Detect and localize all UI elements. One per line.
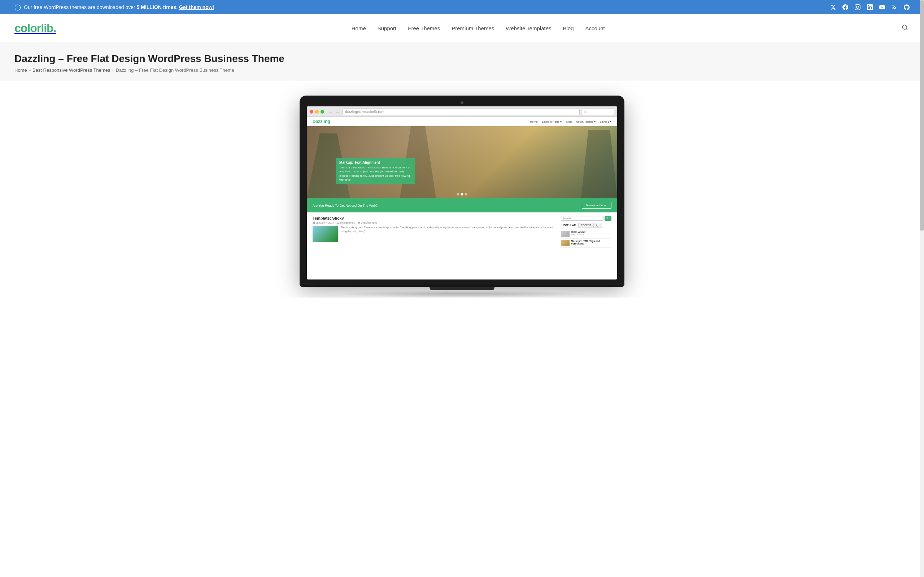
svg-point-2 [584, 111, 586, 113]
nav-item-blog[interactable]: Blog [563, 25, 574, 31]
laptop-bezel-top [307, 102, 617, 104]
cta-download-button[interactable]: Download Now! [582, 202, 611, 209]
post-title: Template: Sticky [313, 216, 557, 220]
social-icons-bar [830, 4, 909, 10]
browser-search [582, 108, 614, 115]
laptop-mockup: ← → dazzlingtheme.colorlib.com Dazzling [300, 95, 624, 298]
browser-chrome: ← → dazzlingtheme.colorlib.com [307, 106, 617, 117]
sidebar-post-date-1: Aug 29, 2013 [571, 233, 585, 235]
blog-main: Template: Sticky January 7, 2014 themede… [313, 216, 557, 248]
nav-item-support[interactable]: Support [378, 25, 397, 31]
inner-nav-home: Home [530, 120, 538, 123]
top-banner: ◯ Our free WordPress themes are download… [0, 0, 924, 14]
nav-item-home[interactable]: Home [352, 25, 366, 31]
main-content: ← → dazzlingtheme.colorlib.com Dazzling [0, 81, 924, 298]
laptop-outer: ← → dazzlingtheme.colorlib.com Dazzling [300, 95, 624, 283]
banner-cta-link[interactable]: Get them now! [179, 4, 214, 10]
main-nav: Home Support Free Themes Premium Themes … [352, 25, 605, 32]
post-excerpt: This is a sticky post. There are a few t… [341, 226, 557, 242]
sidebar-search-button[interactable]: 🔍 [604, 216, 611, 221]
slider-dot-3 [465, 193, 467, 195]
browser-forward-btn[interactable]: → [334, 110, 340, 114]
instagram-icon[interactable] [855, 4, 861, 10]
markup-box-text: This is a paragraph. It should not have … [339, 166, 412, 182]
blog-sidebar: 🔍 POPULAR RECENT 💬 Hello world! [561, 216, 611, 248]
markup-overlay-box: Markup: Text Alignment This is a paragra… [336, 158, 415, 184]
post-date: January 7, 2014 [313, 221, 334, 224]
slider-dot-1 [457, 193, 459, 195]
browser-nav: ← → [328, 110, 340, 114]
hero-slider-dots [457, 193, 467, 195]
browser-back-btn[interactable]: ← [328, 110, 333, 114]
site-inner-header: Dazzling Home Sample Page ▾ Blog About T… [307, 117, 617, 126]
banner-message: ◯ Our free WordPress themes are download… [15, 3, 214, 10]
sidebar-tab-recent[interactable]: RECENT [578, 223, 594, 228]
site-logo: colorlib. [15, 22, 56, 35]
browser-dots [310, 110, 324, 114]
inner-nav-blog: Blog [566, 120, 572, 123]
svg-line-1 [906, 29, 907, 29]
slider-dot-2 [461, 193, 464, 195]
sidebar-post-image-1 [561, 231, 570, 237]
logo-link[interactable]: colorlib. [15, 22, 56, 35]
sidebar-tab-comments[interactable]: 💬 [594, 223, 602, 228]
page-title: Dazzling – Free Flat Design WordPress Bu… [15, 53, 909, 64]
laptop-shadow [336, 290, 588, 298]
browser-address-bar: dazzlingtheme.colorlib.com [342, 108, 580, 115]
cta-bar: Are You Ready To Get Noticed On The Web?… [307, 198, 617, 213]
page-title-section: Dazzling – Free Flat Design WordPress Bu… [0, 43, 924, 81]
sidebar-post-info-1: Hello world! Aug 29, 2013 [571, 231, 585, 237]
sidebar-tab-popular[interactable]: POPULAR [561, 223, 578, 228]
inner-nav-level: Level 1 ▾ [600, 120, 611, 123]
sidebar-search: 🔍 [561, 216, 611, 221]
inner-nav-about: About Theme ▾ [576, 120, 596, 123]
sidebar-post-image-2 [561, 240, 570, 246]
nav-item-premium-themes[interactable]: Premium Themes [452, 25, 494, 31]
inner-nav-sample: Sample Page ▾ [542, 120, 562, 123]
browser-dot-green [320, 110, 324, 114]
scrollbar[interactable] [920, 0, 924, 298]
breadcrumb-themes[interactable]: Best Responsive WordPress Themes [32, 68, 110, 73]
post-row: This is a sticky post. There are a few t… [313, 226, 557, 242]
browser-dot-red [310, 110, 313, 114]
youtube-icon[interactable] [879, 4, 885, 10]
sidebar-post-1: Hello world! Aug 29, 2013 [561, 230, 611, 239]
laptop-camera [460, 102, 464, 104]
cta-text: Are You Ready To Get Noticed On The Web? [313, 204, 378, 207]
nav-item-account[interactable]: Account [585, 25, 605, 31]
post-meta: January 7, 2014 themedemos Uncategorized [313, 221, 557, 224]
github-icon[interactable] [904, 4, 909, 10]
twitter-x-icon[interactable] [830, 4, 836, 10]
post-image [313, 226, 338, 242]
breadcrumb-home[interactable]: Home [15, 68, 27, 73]
site-inner-nav: Home Sample Page ▾ Blog About Theme ▾ Le… [530, 120, 611, 123]
post-category: Uncategorized [358, 221, 377, 224]
blog-area: Template: Sticky January 7, 2014 themede… [307, 213, 617, 251]
sidebar-post-info-2: Markup: HTML Tags and Formatting [571, 240, 611, 246]
markup-box-title: Markup: Text Alignment [339, 161, 412, 164]
sidebar-tabs: POPULAR RECENT 💬 [561, 223, 611, 228]
rss-icon[interactable] [892, 4, 897, 10]
nav-item-website-templates[interactable]: Website Templates [506, 25, 551, 31]
scrollbar-thumb[interactable] [920, 0, 924, 231]
breadcrumb-current: Dazzling – Free Flat Design WordPress Bu… [116, 68, 234, 73]
banner-text: Our free WordPress themes are downloaded… [24, 4, 214, 10]
sidebar-post-title-1: Hello world! [571, 231, 585, 233]
nav-item-free-themes[interactable]: Free Themes [408, 25, 440, 31]
post-author: themedemos [337, 221, 354, 224]
laptop-screen: ← → dazzlingtheme.colorlib.com Dazzling [307, 106, 617, 279]
svg-line-3 [586, 113, 586, 113]
wordpress-icon: ◯ [15, 3, 21, 10]
laptop-stand [430, 287, 494, 290]
facebook-icon[interactable] [842, 4, 848, 10]
linkedin-icon[interactable] [867, 4, 873, 10]
sidebar-post-title-2: Markup: HTML Tags and Formatting [571, 240, 611, 245]
mockup-container: ← → dazzlingtheme.colorlib.com Dazzling [246, 95, 678, 298]
search-button[interactable] [900, 23, 909, 34]
sidebar-search-input[interactable] [561, 216, 604, 221]
hero-image: Markup: Text Alignment This is a paragra… [307, 126, 617, 198]
sidebar-post-2: Markup: HTML Tags and Formatting [561, 239, 611, 248]
browser-dot-yellow [315, 110, 319, 114]
site-header: colorlib. Home Support Free Themes Premi… [0, 14, 924, 43]
site-inner-logo: Dazzling [313, 119, 330, 124]
